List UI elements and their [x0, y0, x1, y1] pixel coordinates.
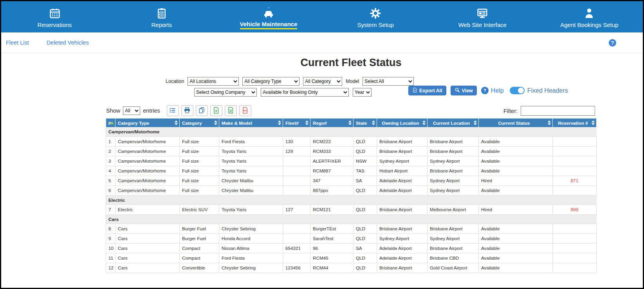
table-cell: 127 [283, 205, 310, 214]
table-cell: QLD [354, 253, 377, 263]
table-row[interactable]: 5Campervan/MotorhomeFull sizeChrysler Ma… [106, 176, 597, 185]
table-cell: Campervan/Motorhome [115, 176, 180, 185]
table-row[interactable]: 2Campervan/MotorhomeFull sizeToyota Yari… [106, 146, 597, 156]
nav-item-agent-bookings-setup[interactable]: Agent Bookings Setup [536, 1, 643, 32]
column-header-category-type[interactable]: Category Type [115, 118, 180, 127]
export-excel-button[interactable]: x [210, 105, 222, 116]
table-cell: 871 [553, 176, 597, 185]
nav-item-system-setup[interactable]: System Setup [322, 1, 429, 32]
column-label: Reservation # [558, 120, 588, 126]
table-cell: Nissan Altima [219, 243, 283, 253]
owning-company-select[interactable]: Select Owing Company [194, 88, 257, 97]
entries-label: entries [143, 108, 160, 114]
view-label: View [462, 88, 473, 93]
table-cell: Full size [180, 176, 219, 185]
table-row[interactable]: 9CarsBurger FuelHonda AccordSarahTestQLD… [106, 233, 597, 243]
table-cell: Full size [180, 166, 219, 176]
category-type-select[interactable]: All Category Type [242, 77, 299, 86]
table-cell: 11 [106, 253, 115, 263]
toggle-knob [518, 88, 524, 93]
reservation-link[interactable]: 871 [571, 178, 579, 183]
entries-select[interactable]: All [123, 106, 140, 115]
copy-button[interactable] [196, 105, 208, 116]
table-cell: Melbourne Airport [428, 205, 479, 214]
table-row[interactable]: 11CarsCompactFord FiestaRCM45QLDAdelaide… [106, 253, 597, 263]
view-button[interactable]: View [451, 86, 477, 95]
group-row: Electric [106, 195, 597, 205]
table-cell: Full size [180, 136, 219, 146]
table-row[interactable]: 12CarsConvertibleChrysler Sebring123456R… [106, 263, 597, 273]
column-header-[interactable]: # [106, 118, 115, 127]
table-cell: 96 [310, 243, 354, 253]
table-row[interactable]: 1Campervan/MotorhomeFull sizeFord Fiesta… [106, 136, 597, 146]
table-row[interactable]: 4Campervan/MotorhomeFull sizeToyota Yari… [106, 166, 597, 176]
table-cell: RCM121 [310, 205, 354, 214]
table-row[interactable]: 8CarsBurger FuelChrysler SebringBurgerTE… [106, 224, 597, 233]
table-cell: Cars [115, 243, 180, 253]
table-row[interactable]: 10CarsCompactNissan Altima65432196SAAdel… [106, 243, 597, 253]
table-cell: Available [479, 166, 553, 176]
subnav-deleted-vehicles[interactable]: Deleted Vehicles [47, 39, 89, 46]
nav-item-reservations[interactable]: Reservations [1, 1, 108, 32]
reservation-link[interactable]: 899 [571, 207, 579, 212]
availability-select[interactable]: Available for Booking Only [261, 88, 349, 97]
nav-item-vehicle-maintenance[interactable]: ” Vehicle Maintenance [215, 1, 322, 32]
calendar-icon [49, 7, 61, 20]
column-header-owning-location[interactable]: Owning Location [377, 118, 428, 127]
table-row[interactable]: 3Campervan/MotorhomeFull sizeToyota Yari… [106, 156, 597, 166]
table-cell: Available [479, 146, 553, 156]
group-row: Cars [106, 214, 597, 224]
export-pdf-button[interactable]: PDF [239, 105, 251, 116]
fixed-headers-control: Fixed Headers [510, 87, 568, 94]
print-icon [184, 107, 191, 115]
model-label: Model [346, 79, 359, 84]
nav-item-reports[interactable]: Reports [108, 1, 215, 32]
help-icon[interactable]: ? [609, 39, 616, 47]
sort-icon [592, 120, 595, 125]
subnav-fleet-list[interactable]: Fleet List [6, 39, 29, 46]
table-cell: Sydney Airport [428, 176, 479, 185]
nav-item-web-site-interface[interactable]: Web Site Interface [429, 1, 536, 32]
table-cell: Chrysler Sebring [219, 263, 283, 273]
table-cell: Adelaide Airport [377, 185, 428, 195]
table-cell: RCM45 [310, 253, 354, 263]
table-cell: Adelaide Airport [377, 243, 428, 253]
column-header-current-location[interactable]: Current Location [428, 118, 479, 127]
sort-icon [422, 120, 426, 125]
table-cell: RCM333 [310, 146, 354, 156]
table-cell: Brisbane Airport [428, 166, 479, 176]
table-cell: Campervan/Motorhome [115, 146, 180, 156]
table-cell [553, 185, 597, 195]
column-header-fleet[interactable]: Fleet# [283, 118, 310, 127]
model-select[interactable]: Select All [363, 77, 414, 86]
filter-input[interactable] [521, 106, 595, 116]
print-button[interactable] [181, 105, 193, 116]
column-header-make-model[interactable]: Make & Model [219, 118, 283, 127]
table-row[interactable]: 7ElectricElectric SUVToyota Yaris127RCM1… [106, 205, 597, 214]
help-button[interactable]: ? Help [481, 87, 504, 94]
table-cell: 7 [106, 205, 115, 214]
column-header-category[interactable]: Category [180, 118, 219, 127]
column-label: Make & Model [222, 120, 252, 126]
table-cell: 4 [106, 166, 115, 176]
group-label: Campervan/Motorhome [106, 127, 597, 136]
category-select[interactable]: All Category [303, 77, 342, 86]
column-list-button[interactable] [167, 105, 179, 116]
table-cell [283, 156, 310, 166]
show-label: Show [106, 108, 120, 114]
table-cell: Sydney Airport [428, 156, 479, 166]
column-header-rego[interactable]: Rego# [310, 118, 354, 127]
year-select[interactable]: Year [353, 88, 372, 97]
table-cell: QLD [354, 233, 377, 243]
export-all-button[interactable]: x Export All [408, 86, 446, 95]
table-row[interactable]: 6Campervan/MotorhomeFull sizeChrysler Ma… [106, 185, 597, 195]
column-header-current-status[interactable]: Current Status [479, 118, 553, 127]
export-csv-button[interactable] [225, 105, 237, 116]
fixed-headers-toggle[interactable] [510, 87, 525, 94]
column-header-reservation[interactable]: Reservation # [553, 118, 597, 127]
sort-icon [305, 120, 308, 125]
location-select[interactable]: All Locations [188, 77, 239, 86]
table-cell: Burger Fuel [180, 233, 219, 243]
column-header-state[interactable]: State [354, 118, 377, 127]
svg-text:”: ” [268, 7, 269, 11]
